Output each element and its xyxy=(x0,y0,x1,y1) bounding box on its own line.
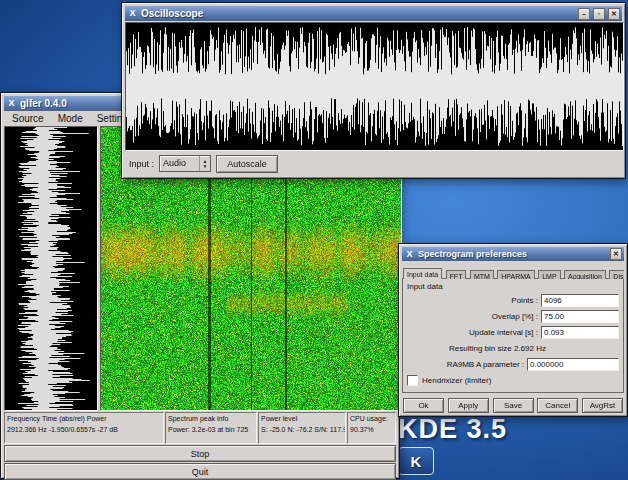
points-field[interactable] xyxy=(541,294,619,307)
points-row: Points : xyxy=(407,294,619,307)
oscilloscope-controls: Input : Audio ▲ ▼ Autoscale xyxy=(125,151,622,176)
status-frequency-panel: Frequency Time (abs/rel) Power 2912.366 … xyxy=(4,412,164,444)
input-data-tab-panel: Input data Points : Overlap [%] : Update… xyxy=(402,278,624,393)
tab-input-data[interactable]: Input data xyxy=(403,268,442,279)
preferences-window-title: Spectrogram preferences xyxy=(418,249,607,259)
overlap-field[interactable] xyxy=(541,310,619,323)
tab-acquisition[interactable]: Acquisition xyxy=(564,270,606,279)
overlap-row: Overlap [%] : xyxy=(407,310,619,323)
status-peak-value: Power: 3.2e-03 at bin 725 xyxy=(168,425,254,436)
overlap-label: Overlap [%] : xyxy=(492,312,538,321)
status-frequency-title: Frequency Time (abs/rel) Power xyxy=(7,414,161,425)
cancel-button[interactable]: Cancel xyxy=(537,398,578,413)
glfer-statusbar: Frequency Time (abs/rel) Power 2912.366 … xyxy=(4,412,396,444)
status-peak-title: Spectrum peak info xyxy=(168,414,254,425)
tab-lmp[interactable]: LMP xyxy=(538,270,560,279)
desktop: KDE 3.5 K X glfer 0.4.0 – ▫ ✕ Source Mod… xyxy=(0,0,628,480)
glfer-app-icon: X xyxy=(6,98,17,109)
status-level-value: S: -25.0 N: -76.2 S/N: 117.9 xyxy=(261,425,343,436)
status-frequency-value: 2912.366 Hz -1.950/0.6557s -27 dB xyxy=(7,425,161,436)
update-interval-row: Update interval [s] : xyxy=(407,326,619,339)
ra9mb-label: RA9MB A parameter : xyxy=(447,360,524,369)
preferences-body: Input data FFT MTM HPARMA LMP Acquisitio… xyxy=(402,263,624,413)
autoscale-button[interactable]: Autoscale xyxy=(216,155,278,173)
kde-logo: KDE 3.5 K xyxy=(398,414,507,475)
limiter-checkbox[interactable] xyxy=(407,375,418,386)
bin-size-text: Resulting bin size 2.692 Hz xyxy=(449,344,619,353)
update-interval-field[interactable] xyxy=(541,326,619,339)
tab-hparma[interactable]: HPARMA xyxy=(497,270,534,279)
status-cpu-value: 90.37% xyxy=(350,425,393,436)
kde-gear-icon: K xyxy=(398,447,434,475)
update-interval-label: Update interval [s] : xyxy=(469,328,538,337)
oscilloscope-app-icon: X xyxy=(127,8,138,19)
status-level-title: Power level xyxy=(261,414,343,425)
input-source-value: Audio xyxy=(160,156,199,171)
preferences-dialog: X Spectrogram preferences ✕ Input data F… xyxy=(398,243,628,417)
points-label: Points : xyxy=(511,296,538,305)
oscilloscope-window: X Oscilloscope – ▫ ✕ Input : Audio ▲ ▼ A… xyxy=(121,2,626,179)
avgrst-button[interactable]: AvgRst xyxy=(582,398,623,413)
preferences-app-icon: X xyxy=(404,249,415,260)
ra9mb-field[interactable] xyxy=(527,358,619,371)
preferences-tabs: Input data FFT MTM HPARMA LMP Acquisitio… xyxy=(402,263,624,279)
stop-button[interactable]: Stop xyxy=(4,445,396,462)
oscilloscope-window-title: Oscilloscope xyxy=(141,8,575,19)
preferences-buttons: Ok Apply Save Cancel AvgRst xyxy=(402,398,624,413)
input-source-combo[interactable]: Audio ▲ ▼ xyxy=(159,155,211,172)
oscilloscope-close-icon[interactable]: ✕ xyxy=(608,8,620,20)
menu-mode[interactable]: Mode xyxy=(52,113,89,124)
save-button[interactable]: Save xyxy=(493,398,534,413)
limiter-row: Hendrixizer (limiter) xyxy=(407,375,619,386)
oscilloscope-maximize-icon[interactable]: ▫ xyxy=(593,8,605,20)
apply-button[interactable]: Apply xyxy=(448,398,489,413)
ra9mb-row: RA9MB A parameter : xyxy=(407,358,619,371)
spin-down-icon[interactable]: ▼ xyxy=(203,164,208,169)
menu-source[interactable]: Source xyxy=(6,113,50,124)
status-cpu-title: CPU usage: xyxy=(350,414,393,425)
status-peak-panel: Spectrum peak info Power: 3.2e-03 at bin… xyxy=(165,412,257,444)
status-level-panel: Power level S: -25.0 N: -76.2 S/N: 117.9 xyxy=(258,412,346,444)
kde-logo-text: KDE 3.5 xyxy=(398,414,507,445)
preferences-close-icon[interactable]: ✕ xyxy=(610,248,622,260)
input-label: Input : xyxy=(129,159,154,169)
preferences-titlebar[interactable]: X Spectrogram preferences ✕ xyxy=(402,247,624,261)
tab-fft[interactable]: FFT xyxy=(446,270,467,279)
tab-mtm[interactable]: MTM xyxy=(470,270,494,279)
limiter-label: Hendrixizer (limiter) xyxy=(422,376,491,385)
ok-button[interactable]: Ok xyxy=(403,398,444,413)
signal-trace-display xyxy=(4,126,98,411)
spinner-arrows-icon[interactable]: ▲ ▼ xyxy=(199,156,210,171)
tab-display[interactable]: Display xyxy=(609,270,624,279)
oscilloscope-minimize-icon[interactable]: – xyxy=(578,8,590,20)
oscilloscope-titlebar[interactable]: X Oscilloscope – ▫ ✕ xyxy=(125,6,622,21)
quit-button[interactable]: Quit xyxy=(4,463,396,480)
input-data-group-label: Input data xyxy=(407,282,619,291)
status-cpu-panel: CPU usage: 90.37% xyxy=(347,412,396,444)
oscilloscope-waveform-display xyxy=(125,22,624,151)
